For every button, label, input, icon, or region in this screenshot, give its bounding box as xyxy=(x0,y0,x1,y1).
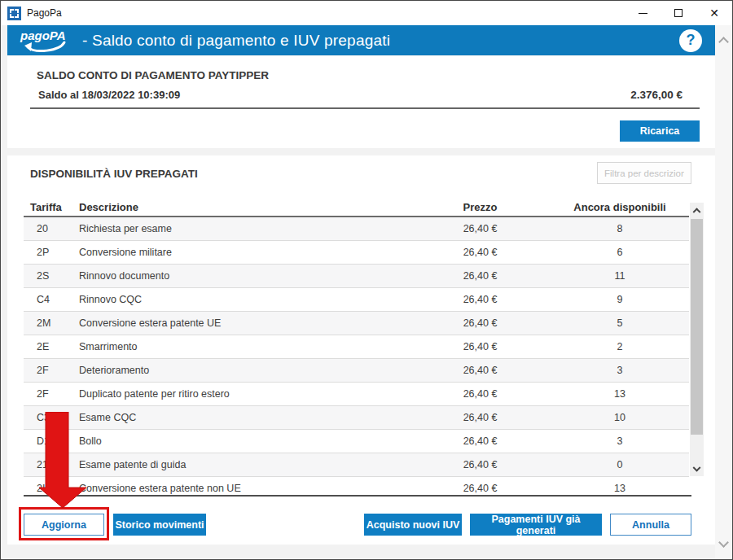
cell-prezzo: 26,40 € xyxy=(437,317,523,329)
col-header-tariffa: Tariffa xyxy=(24,201,79,216)
cell-disponibili: 6 xyxy=(523,247,689,258)
annulla-button[interactable]: Annulla xyxy=(610,514,691,536)
aggiorna-button[interactable]: Aggiorna xyxy=(24,514,104,536)
maximize-icon xyxy=(674,9,683,17)
saldo-date-label: Saldo al 18/03/2022 10:39:09 xyxy=(38,89,180,101)
cell-tariffa: 2S xyxy=(24,270,79,282)
cell-tariffa: 2E xyxy=(24,341,79,352)
col-header-disponibili: Ancora disponibili xyxy=(523,201,689,216)
cell-tariffa: 2F xyxy=(24,388,79,400)
close-button[interactable]: ✕ xyxy=(696,1,732,25)
cell-tariffa: C4 xyxy=(24,294,79,305)
cell-disponibili: 5 xyxy=(523,317,689,329)
cell-descrizione: Smarrimento xyxy=(79,341,437,352)
iuv-heading: DISPONIBILITÀ IUV PREPAGATI xyxy=(30,168,198,180)
table-header: Tariffa Descrizione Prezzo Ancora dispon… xyxy=(24,201,689,217)
storico-movimenti-button[interactable]: Storico movimenti xyxy=(113,514,206,536)
iuv-table: Tariffa Descrizione Prezzo Ancora dispon… xyxy=(24,201,689,495)
cell-prezzo: 26,40 € xyxy=(437,365,523,376)
maximize-button[interactable] xyxy=(661,1,696,25)
cell-prezzo: 26,40 € xyxy=(437,247,523,258)
window-title: PagoPa xyxy=(27,7,62,19)
table-row[interactable]: C4Rinnovo CQC26,40 €9 xyxy=(24,288,689,312)
cell-disponibili: 3 xyxy=(523,365,689,376)
cell-tariffa: 2P xyxy=(24,247,79,258)
cell-descrizione: Duplicato patente per ritiro estero xyxy=(79,388,437,400)
cell-tariffa: C3 xyxy=(24,412,79,423)
cell-prezzo: 26,40 € xyxy=(437,483,523,494)
cell-tariffa: 2I xyxy=(24,483,79,494)
cell-descrizione: Rinnovo CQC xyxy=(79,294,437,305)
table-row[interactable]: 2MConversione estera patente UE26,40 €5 xyxy=(24,312,689,335)
table-scroll-down-button[interactable] xyxy=(690,463,704,476)
table-scroll-up-button[interactable] xyxy=(690,203,704,216)
saldo-heading: SALDO CONTO DI PAGAMENTO PAYTIPPER xyxy=(37,69,269,81)
pagopa-window: PagoPa ✕ pagoPA - Saldo conto di pagamen… xyxy=(0,0,733,560)
table-scrollbar-thumb[interactable] xyxy=(691,219,703,435)
window-scrollbar[interactable] xyxy=(715,25,732,559)
cell-disponibili: 2 xyxy=(523,341,689,352)
cell-prezzo: 26,40 € xyxy=(437,294,523,305)
cell-prezzo: 26,40 € xyxy=(437,459,523,470)
cell-prezzo: 26,40 € xyxy=(437,435,523,447)
table-bottom-line xyxy=(24,495,691,497)
close-icon: ✕ xyxy=(709,7,719,19)
help-icon[interactable]: ? xyxy=(679,29,702,52)
cell-tariffa: D1 xyxy=(24,435,79,447)
chevron-down-icon xyxy=(693,463,701,471)
cell-descrizione: Esame patente di guida xyxy=(79,459,437,470)
table-row[interactable]: 2FDeterioramento26,40 €3 xyxy=(24,359,689,383)
iuv-card: DISPONIBILITÀ IUV PREPAGATI Tariffa Desc… xyxy=(7,155,715,545)
cell-disponibili: 0 xyxy=(523,459,689,470)
table-row[interactable]: 2SRinnovo documento26,40 €11 xyxy=(24,265,689,288)
saldo-card: SALDO CONTO DI PAGAMENTO PAYTIPPER Saldo… xyxy=(7,56,715,148)
table-row[interactable]: 2FDuplicato patente per ritiro estero26,… xyxy=(24,383,689,406)
cell-descrizione: Conversione militare xyxy=(79,247,437,258)
cell-disponibili: 10 xyxy=(523,412,689,423)
cell-descrizione: Deterioramento xyxy=(79,365,437,376)
dialog-content: pagoPA - Saldo conto di pagamento e IUV … xyxy=(1,25,715,559)
pagopa-logo: pagoPA xyxy=(19,28,74,55)
table-row[interactable]: C3Esame CQC26,40 €10 xyxy=(24,406,689,430)
dialog-title: - Saldo conto di pagamento e IUV prepaga… xyxy=(82,32,390,50)
table-row[interactable]: 2PConversione militare26,40 €6 xyxy=(24,241,689,265)
ricarica-button[interactable]: Ricarica xyxy=(620,120,700,142)
cell-prezzo: 26,40 € xyxy=(437,270,523,282)
svg-text:pagoPA: pagoPA xyxy=(20,28,66,42)
scroll-up-icon[interactable] xyxy=(718,37,729,47)
cell-tariffa: 2M xyxy=(24,317,79,329)
table-body: 20Richiesta per esame26,40 €82PConversio… xyxy=(24,217,689,495)
cell-descrizione: Conversione estera patente UE xyxy=(79,317,437,329)
cell-disponibili: 11 xyxy=(523,270,689,282)
cell-descrizione: Bollo xyxy=(79,435,437,447)
table-row[interactable]: 2ESmarrimento26,40 €2 xyxy=(24,335,689,359)
minimize-icon xyxy=(639,13,647,14)
saldo-divider xyxy=(30,107,700,109)
table-scrollbar[interactable] xyxy=(690,203,704,476)
table-row[interactable]: 20Richiesta per esame26,40 €8 xyxy=(24,217,689,241)
dialog-header: pagoPA - Saldo conto di pagamento e IUV … xyxy=(7,25,715,55)
pagamenti-iuv-button[interactable]: Pagamenti IUV già generati xyxy=(470,514,602,536)
cell-descrizione: Rinnovo documento xyxy=(79,270,437,282)
filter-input[interactable] xyxy=(597,162,691,184)
cell-prezzo: 26,40 € xyxy=(437,341,523,352)
col-header-prezzo: Prezzo xyxy=(437,201,523,216)
col-header-descrizione: Descrizione xyxy=(79,201,437,216)
cell-prezzo: 26,40 € xyxy=(437,412,523,423)
cell-disponibili: 13 xyxy=(523,388,689,400)
cell-disponibili: 9 xyxy=(523,294,689,305)
cell-disponibili: 13 xyxy=(523,483,689,494)
cell-tariffa: 21 xyxy=(24,459,79,470)
cell-descrizione: Esame CQC xyxy=(79,412,437,423)
pagopa-app-icon xyxy=(7,7,21,20)
minimize-button[interactable] xyxy=(625,1,661,25)
cell-prezzo: 26,40 € xyxy=(437,388,523,400)
table-row[interactable]: 2IConversione estera patente non UE26,40… xyxy=(24,477,689,495)
cell-disponibili: 8 xyxy=(523,223,689,234)
table-row[interactable]: D1Bollo26,40 €3 xyxy=(24,430,689,453)
acquisto-nuovi-iuv-button[interactable]: Acquisto nuovi IUV xyxy=(364,514,462,536)
scroll-down-icon[interactable] xyxy=(718,537,729,548)
titlebar: PagoPa ✕ xyxy=(1,1,732,25)
cell-descrizione: Richiesta per esame xyxy=(79,223,437,234)
table-row[interactable]: 21Esame patente di guida26,40 €0 xyxy=(24,453,689,477)
